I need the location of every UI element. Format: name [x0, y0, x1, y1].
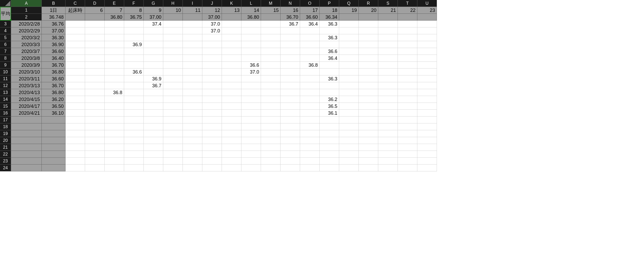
cell-r21-c11[interactable]: [222, 144, 241, 151]
cell-r9-c19[interactable]: [378, 62, 398, 69]
cell-r24-c8[interactable]: [163, 165, 183, 171]
cell-r2-c5[interactable]: 36.80: [105, 14, 124, 21]
cell-r6-c21[interactable]: [417, 41, 437, 48]
cell-r11-c12[interactable]: [241, 75, 261, 82]
cell-r21-c13[interactable]: [261, 144, 281, 151]
cell-r13-c13[interactable]: [261, 89, 281, 96]
cell-A11[interactable]: 2020/3/11: [11, 75, 42, 82]
cell-r16-c6[interactable]: [124, 110, 144, 117]
cell-r24-c5[interactable]: [105, 165, 124, 171]
cell-r21-c3[interactable]: [66, 144, 85, 151]
cell-r22-c20[interactable]: [398, 151, 417, 158]
cell-r17-c6[interactable]: [124, 117, 144, 123]
cell-r10-c21[interactable]: [417, 69, 437, 75]
cell-r3-c11[interactable]: [222, 21, 241, 27]
cell-r22-c3[interactable]: [66, 151, 85, 158]
cell-r12-c21[interactable]: [417, 82, 437, 89]
cell-r1-c2[interactable]: 1日: [42, 7, 66, 14]
cell-r18-c21[interactable]: [417, 123, 437, 130]
cell-r9-c9[interactable]: [183, 62, 202, 69]
cell-B11[interactable]: 36.60: [42, 75, 66, 82]
cell-r6-c19[interactable]: [378, 41, 398, 48]
cell-A22[interactable]: [11, 151, 42, 158]
col-header-B[interactable]: B: [42, 0, 66, 7]
cell-r3-c15[interactable]: 36.4: [300, 21, 320, 27]
cell-r23-c18[interactable]: [359, 158, 378, 165]
row-header-14[interactable]: 14: [0, 96, 11, 103]
cell-r23-c13[interactable]: [261, 158, 281, 165]
cell-r8-c19[interactable]: [378, 55, 398, 62]
cell-r19-c10[interactable]: [202, 130, 222, 137]
row-header-15[interactable]: 15: [0, 103, 11, 110]
cell-r19-c19[interactable]: [378, 130, 398, 137]
cell-A7[interactable]: 2020/3/7: [11, 48, 42, 55]
cell-r1-c20[interactable]: 22: [398, 7, 417, 14]
col-header-D[interactable]: D: [85, 0, 105, 7]
cell-r4-c17[interactable]: [339, 27, 359, 34]
cell-r21-c21[interactable]: [417, 144, 437, 151]
cell-r21-c18[interactable]: [359, 144, 378, 151]
row-header-20[interactable]: 20: [0, 137, 11, 144]
cell-r23-c10[interactable]: [202, 158, 222, 165]
cell-r22-c13[interactable]: [261, 151, 281, 158]
cell-r2-c15[interactable]: 36.60: [300, 14, 320, 21]
cell-r12-c3[interactable]: [66, 82, 85, 89]
cell-B6[interactable]: 36.90: [42, 41, 66, 48]
cell-r12-c17[interactable]: [339, 82, 359, 89]
cell-r5-c11[interactable]: [222, 34, 241, 41]
cell-r15-c14[interactable]: [281, 103, 300, 110]
cell-r23-c19[interactable]: [378, 158, 398, 165]
cell-r16-c8[interactable]: [163, 110, 183, 117]
cell-A16[interactable]: 2020/4/21: [11, 110, 42, 117]
cell-r10-c10[interactable]: [202, 69, 222, 75]
row-header-18[interactable]: 18: [0, 123, 11, 130]
cell-r4-c8[interactable]: [163, 27, 183, 34]
cell-r23-c3[interactable]: [66, 158, 85, 165]
cell-r9-c18[interactable]: [359, 62, 378, 69]
cell-r13-c16[interactable]: [320, 89, 339, 96]
cell-r8-c3[interactable]: [66, 55, 85, 62]
cell-r14-c14[interactable]: [281, 96, 300, 103]
cell-r18-c3[interactable]: [66, 123, 85, 130]
cell-r14-c20[interactable]: [398, 96, 417, 103]
cell-r1-c11[interactable]: 13: [222, 7, 241, 14]
cell-B24[interactable]: [42, 165, 66, 171]
cell-r11-c3[interactable]: [66, 75, 85, 82]
cell-r24-c20[interactable]: [398, 165, 417, 171]
cell-r24-c10[interactable]: [202, 165, 222, 171]
cell-r15-c13[interactable]: [261, 103, 281, 110]
cell-r6-c10[interactable]: [202, 41, 222, 48]
cell-A19[interactable]: [11, 130, 42, 137]
cell-r14-c15[interactable]: [300, 96, 320, 103]
cell-r15-c6[interactable]: [124, 103, 144, 110]
cell-r4-c20[interactable]: [398, 27, 417, 34]
col-header-U[interactable]: U: [417, 0, 437, 7]
cell-r13-c3[interactable]: [66, 89, 85, 96]
cell-r18-c9[interactable]: [183, 123, 202, 130]
cell-r6-c20[interactable]: [398, 41, 417, 48]
cell-r1-c13[interactable]: 15: [261, 7, 281, 14]
cell-r8-c17[interactable]: [339, 55, 359, 62]
spreadsheet-grid[interactable]: ABCDEFGHIJKLMNOPQRSTU1平均1日起床時67891011121…: [0, 0, 644, 171]
cell-r14-c9[interactable]: [183, 96, 202, 103]
col-header-O[interactable]: O: [300, 0, 320, 7]
cell-r20-c17[interactable]: [339, 137, 359, 144]
cell-r13-c21[interactable]: [417, 89, 437, 96]
cell-r15-c8[interactable]: [163, 103, 183, 110]
cell-r17-c18[interactable]: [359, 117, 378, 123]
cell-r20-c7[interactable]: [144, 137, 163, 144]
col-header-M[interactable]: M: [261, 0, 281, 7]
cell-r11-c9[interactable]: [183, 75, 202, 82]
cell-r13-c8[interactable]: [163, 89, 183, 96]
cell-r23-c11[interactable]: [222, 158, 241, 165]
cell-r3-c12[interactable]: [241, 21, 261, 27]
cell-B3[interactable]: 36.76: [42, 21, 66, 27]
cell-r9-c14[interactable]: [281, 62, 300, 69]
cell-r14-c18[interactable]: [359, 96, 378, 103]
cell-r7-c19[interactable]: [378, 48, 398, 55]
row-header-9[interactable]: 9: [0, 62, 11, 69]
cell-r5-c7[interactable]: [144, 34, 163, 41]
cell-r23-c7[interactable]: [144, 158, 163, 165]
cell-r17-c17[interactable]: [339, 117, 359, 123]
cell-r20-c18[interactable]: [359, 137, 378, 144]
